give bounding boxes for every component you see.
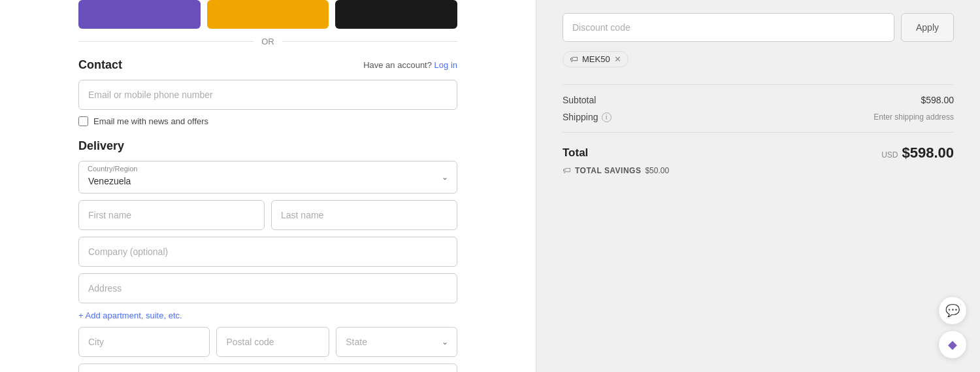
subtotal-row: Subtotal $598.00 [563,92,954,109]
bottom-icons: 💬 ◆ [938,296,967,359]
shipping-note: Enter shipping address [874,112,954,122]
discount-badge: 🏷 MEK50 ✕ [563,51,629,67]
country-select[interactable]: Venezuela [78,161,457,194]
shipping-row: Shipping i Enter shipping address [563,109,954,126]
delivery-section: Delivery Country/Region Venezuela ⌄ + Ad… [78,139,457,372]
contact-section: Contact Have an account? Log in Email me… [78,58,457,126]
social-button-black[interactable] [335,0,457,29]
page-container: OR Contact Have an account? Log in Email… [0,0,980,372]
subtotal-value: $598.00 [921,95,954,105]
shipping-label: Shipping [563,112,598,122]
total-amount: $598.00 [902,144,954,161]
address-input[interactable] [78,273,457,303]
savings-row: 🏷 TOTAL SAVINGS $50.00 [563,165,954,175]
email-checkbox-row: Email me with news and offers [78,116,457,126]
email-news-label: Email me with news and offers [93,116,208,126]
summary-divider-2 [563,132,954,133]
badge-close-button[interactable]: ✕ [614,55,621,63]
discount-code-input[interactable] [563,13,894,42]
contact-title: Contact [78,58,122,72]
shipping-label-group: Shipping i [563,112,612,122]
contact-section-header: Contact Have an account? Log in [78,58,457,72]
last-name-input[interactable] [271,200,457,230]
total-label: Total [563,146,588,160]
add-apartment-link[interactable]: + Add apartment, suite, etc. [78,311,182,320]
company-input[interactable] [78,237,457,267]
total-row: Total USD $598.00 [563,139,954,164]
social-button-yellow[interactable] [207,0,329,29]
help-icon-button[interactable]: ◆ [938,330,967,359]
social-buttons-row [78,0,457,29]
phone-wrapper: ⓘ [78,364,457,372]
first-name-input[interactable] [78,200,265,230]
apply-button[interactable]: Apply [901,13,954,42]
email-input[interactable] [78,80,457,110]
state-select-wrapper: State ⌄ [336,327,457,357]
left-panel: OR Contact Have an account? Log in Email… [0,0,536,372]
phone-input[interactable] [78,364,457,372]
savings-amount: $50.00 [645,166,669,175]
savings-label: TOTAL SAVINGS [575,166,641,175]
or-divider: OR [78,37,457,46]
chat-icon: 💬 [945,303,960,318]
chat-icon-button[interactable]: 💬 [938,296,967,325]
city-input[interactable] [78,327,210,357]
discount-code-badge-label: MEK50 [582,54,610,64]
or-text: OR [253,37,282,46]
subtotal-label: Subtotal [563,95,596,105]
city-state-row: State ⌄ [78,327,457,357]
log-in-link[interactable]: Log in [434,60,457,70]
summary-divider [563,84,954,85]
help-icon: ◆ [948,337,957,352]
email-news-checkbox[interactable] [78,116,88,126]
state-select[interactable]: State [336,327,457,357]
total-right: USD $598.00 [881,144,954,161]
right-panel: Apply 🏷 MEK50 ✕ Subtotal $598.00 Shippin… [536,0,980,372]
delivery-title: Delivery [78,139,124,153]
social-button-purple[interactable] [78,0,201,29]
shipping-info-icon[interactable]: i [602,112,612,122]
postal-code-input[interactable] [216,327,329,357]
delivery-section-header: Delivery [78,139,457,153]
have-account-text: Have an account? Log in [363,60,457,70]
name-row [78,200,457,230]
discount-code-row: Apply [563,13,954,42]
tag-icon: 🏷 [570,54,578,64]
savings-tag-icon: 🏷 [563,165,571,175]
country-select-wrapper: Country/Region Venezuela ⌄ [78,161,457,194]
total-currency: USD [881,150,898,160]
